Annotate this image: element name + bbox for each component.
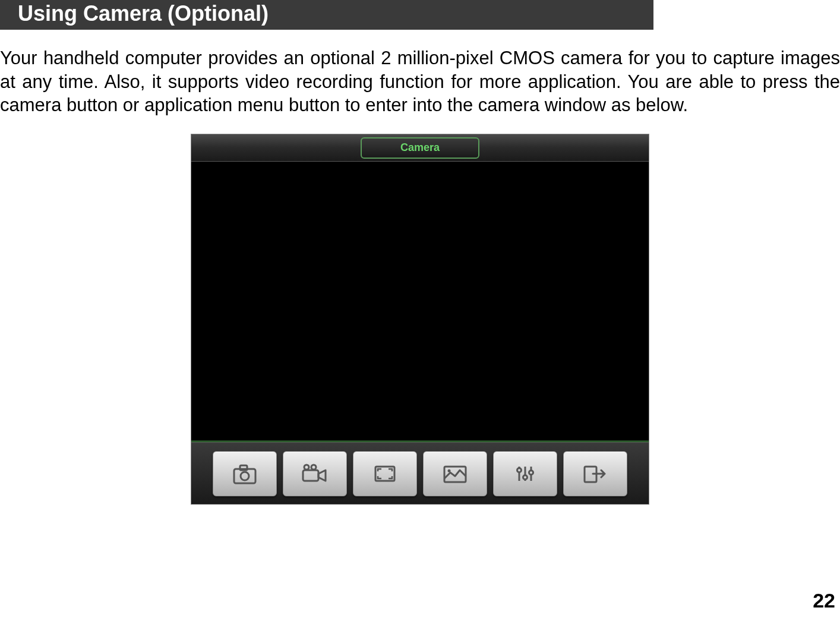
body-paragraph: Your handheld computer provides an optio… <box>0 46 840 117</box>
camera-titlebar: Camera <box>191 134 649 162</box>
svg-point-13 <box>523 475 528 479</box>
gallery-button[interactable] <box>423 451 487 496</box>
svg-point-8 <box>448 469 451 472</box>
svg-rect-1 <box>240 465 247 470</box>
exit-icon <box>581 462 610 486</box>
capture-button[interactable] <box>213 451 277 496</box>
gallery-icon <box>441 462 469 486</box>
exit-button[interactable] <box>563 451 627 496</box>
camera-window: Camera <box>191 134 649 505</box>
section-title: Using Camera (Optional) <box>18 1 269 26</box>
fullscreen-icon <box>371 462 399 486</box>
settings-icon <box>511 462 539 486</box>
camera-title-text: Camera <box>400 141 440 154</box>
settings-button[interactable] <box>493 451 557 496</box>
svg-point-14 <box>529 470 533 474</box>
svg-point-2 <box>241 472 249 480</box>
svg-point-12 <box>517 468 522 472</box>
camera-title-pill: Camera <box>361 137 479 159</box>
section-header: Using Camera (Optional) <box>0 0 653 30</box>
video-icon <box>301 462 329 486</box>
svg-point-4 <box>304 465 309 470</box>
camera-toolbar <box>191 442 649 504</box>
page-number: 22 <box>813 589 835 612</box>
capture-icon <box>230 462 259 486</box>
svg-point-5 <box>311 465 316 470</box>
video-button[interactable] <box>283 451 347 496</box>
fullscreen-button[interactable] <box>353 451 417 496</box>
svg-rect-3 <box>303 470 318 481</box>
camera-viewfinder <box>191 162 649 442</box>
